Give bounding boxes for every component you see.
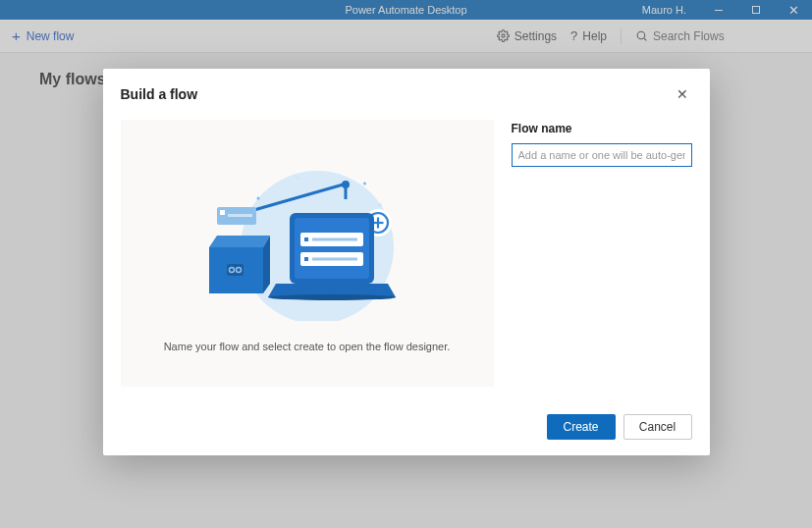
flow-name-input[interactable] [512, 143, 692, 167]
close-icon: ✕ [677, 86, 688, 102]
create-button[interactable]: Create [547, 414, 616, 440]
svg-rect-23 [304, 238, 308, 241]
flow-illustration-icon [199, 154, 415, 321]
svg-rect-15 [228, 214, 252, 217]
dialog-footer: Create Cancel [103, 402, 710, 455]
svg-rect-24 [312, 238, 357, 241]
build-flow-dialog: Build a flow ✕ [103, 69, 710, 455]
svg-point-5 [296, 178, 298, 180]
illustration-panel: Name your flow and select create to open… [121, 120, 494, 387]
svg-point-4 [256, 197, 259, 200]
svg-rect-20 [295, 218, 369, 279]
dialog-body: Name your flow and select create to open… [103, 114, 710, 402]
close-button[interactable]: ✕ [673, 82, 692, 106]
dialog-header: Build a flow ✕ [103, 69, 710, 114]
svg-rect-27 [312, 258, 357, 261]
dialog-title: Build a flow [121, 86, 198, 102]
form-panel: Flow name [512, 120, 692, 387]
svg-rect-14 [220, 210, 225, 215]
modal-overlay: Build a flow ✕ [0, 0, 812, 528]
cancel-button[interactable]: Cancel [623, 414, 692, 440]
svg-rect-26 [304, 257, 308, 261]
flow-name-label: Flow name [512, 122, 692, 135]
svg-point-21 [268, 294, 396, 300]
dialog-hint: Name your flow and select create to open… [135, 341, 480, 352]
